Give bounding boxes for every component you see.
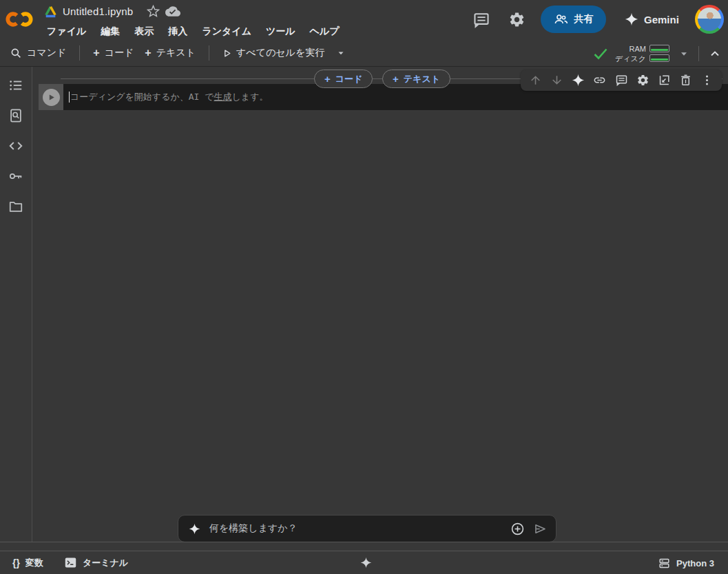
- gemini-spark-icon: [189, 523, 200, 535]
- braces-icon: {}: [12, 557, 20, 568]
- notebook-area: + コード + テキスト コーディングを: [32, 67, 728, 542]
- caret-down-icon: [336, 48, 346, 58]
- plus-icon: +: [93, 47, 99, 59]
- gemini-spark-icon[interactable]: [572, 74, 585, 87]
- variables-label: 変数: [25, 557, 43, 569]
- comments-icon[interactable]: [472, 11, 490, 29]
- search-icon: [10, 47, 22, 59]
- generate-with-ai-link[interactable]: 生成: [214, 91, 232, 103]
- ram-label: RAM: [630, 45, 646, 53]
- gemini-spark-icon: [625, 12, 638, 26]
- delete-cell-icon[interactable]: [679, 74, 692, 87]
- command-palette-button[interactable]: コマンド: [6, 44, 70, 62]
- plus-icon: +: [393, 74, 399, 84]
- terminal-icon: [64, 557, 77, 568]
- files-folder-icon[interactable]: [8, 199, 23, 214]
- prompt-placeholder: 何を構築しますか？: [209, 522, 510, 535]
- left-sidebar: [0, 67, 32, 542]
- header-actions: 共有 Gemini: [0, 0, 728, 40]
- run-all-button[interactable]: すべてのセルを実行: [218, 44, 350, 62]
- text-cursor: [69, 92, 70, 103]
- mirror-cell-in-tab-icon[interactable]: [658, 74, 671, 87]
- copy-link-to-cell-icon[interactable]: [593, 74, 606, 87]
- move-cell-up-icon[interactable]: [529, 74, 542, 87]
- toolbar-divider: [698, 46, 699, 61]
- run-all-label: すべてのセルを実行: [236, 47, 324, 59]
- find-replace-icon[interactable]: [8, 108, 23, 123]
- people-icon: [554, 13, 569, 25]
- share-button[interactable]: 共有: [541, 6, 606, 33]
- prompt-actions: [510, 522, 548, 536]
- kernel-label: Python 3: [676, 558, 714, 568]
- command-palette-label: コマンド: [27, 47, 66, 59]
- editor-placeholder-prefix: コーディングを開始するか、AI で: [70, 91, 214, 103]
- editor-placeholder-suffix: します。: [232, 91, 269, 103]
- gemini-spark-footer-icon[interactable]: [360, 557, 372, 568]
- ram-usage-bar: [649, 45, 669, 52]
- play-outline-icon: [222, 49, 231, 58]
- plus-icon: +: [324, 74, 331, 84]
- notebook-toolbar: コマンド + コード + テキスト すべてのセルを実行 RAM: [0, 40, 728, 67]
- resources-caret-icon[interactable]: [678, 48, 689, 59]
- table-of-contents-icon[interactable]: [8, 78, 23, 93]
- gemini-prompt-bar[interactable]: 何を構築しますか？: [178, 515, 557, 542]
- insert-code-button[interactable]: + コード: [314, 70, 373, 88]
- avatar-photo: [698, 8, 721, 31]
- share-label: 共有: [574, 13, 594, 25]
- gemini-button[interactable]: Gemini: [621, 10, 683, 29]
- disk-usage-bar: [649, 54, 669, 62]
- gemini-label: Gemini: [644, 14, 679, 25]
- status-footer: {} 変数 ターミナル Python 3: [0, 551, 728, 574]
- send-prompt-icon[interactable]: [533, 522, 548, 536]
- variables-button[interactable]: {} 変数: [7, 554, 49, 572]
- runtime-rack-icon: [658, 557, 671, 570]
- secrets-key-icon[interactable]: [8, 169, 23, 184]
- collapse-header-chevron-icon[interactable]: [708, 47, 722, 61]
- account-avatar[interactable]: [695, 5, 724, 34]
- cell-toolbar: [521, 70, 722, 91]
- insert-text-button[interactable]: + テキスト: [382, 70, 450, 88]
- terminal-label: ターミナル: [83, 557, 128, 569]
- move-cell-down-icon[interactable]: [550, 74, 563, 87]
- footer-resize-strip[interactable]: [0, 542, 728, 551]
- add-text-cell-button[interactable]: + テキスト: [141, 44, 200, 62]
- play-icon: [47, 93, 56, 102]
- terminal-button[interactable]: ターミナル: [59, 554, 134, 572]
- insert-code-label: コード: [335, 73, 363, 85]
- add-code-cell-button[interactable]: + コード: [89, 44, 138, 62]
- colab-app: Untitled1.ipynb ファイル 編集 表示 挿入 ランタイム ツール …: [0, 0, 728, 574]
- toolbar-divider: [209, 45, 209, 61]
- connected-check-icon[interactable]: [592, 45, 609, 62]
- more-actions-kebab-icon[interactable]: [700, 74, 714, 87]
- code-snippets-icon[interactable]: [8, 138, 23, 153]
- kernel-status-button[interactable]: Python 3: [652, 554, 720, 573]
- insert-text-label: テキスト: [404, 73, 440, 85]
- plus-icon: +: [145, 47, 151, 59]
- add-text-label: テキスト: [156, 47, 196, 59]
- toolbar-divider: [79, 45, 80, 61]
- app-header: Untitled1.ipynb ファイル 編集 表示 挿入 ランタイム ツール …: [0, 0, 728, 40]
- add-comment-icon[interactable]: [615, 74, 628, 87]
- disk-label: ディスク: [615, 54, 646, 63]
- settings-gear-icon[interactable]: [508, 11, 526, 28]
- add-code-label: コード: [105, 47, 134, 59]
- cell-gutter: [39, 84, 63, 110]
- run-cell-button[interactable]: [43, 89, 60, 106]
- add-context-icon[interactable]: [510, 522, 525, 536]
- cell-settings-gear-icon[interactable]: [636, 74, 649, 87]
- resources-indicator[interactable]: RAM ディスク: [615, 45, 669, 63]
